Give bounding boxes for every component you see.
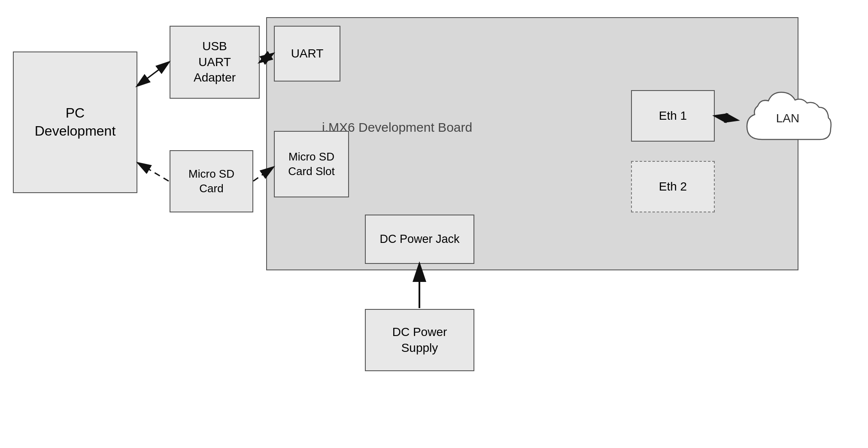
svg-line-7 <box>138 163 169 181</box>
uart-box: UART <box>274 26 340 82</box>
micro-sd-slot-box: Micro SDCard Slot <box>274 131 349 197</box>
lan-cloud: LAN <box>738 79 837 157</box>
pc-box: PCDevelopment <box>13 51 137 193</box>
usb-uart-box: USBUARTAdapter <box>170 26 260 99</box>
micro-sd-card-box: Micro SDCard <box>170 150 253 212</box>
svg-line-5 <box>137 62 169 86</box>
eth2-box: Eth 2 <box>631 161 715 212</box>
svg-text:LAN: LAN <box>776 112 799 125</box>
eth1-box: Eth 1 <box>631 90 715 142</box>
dc-power-jack-box: DC Power Jack <box>365 215 474 264</box>
dc-power-supply-box: DC PowerSupply <box>365 309 474 371</box>
